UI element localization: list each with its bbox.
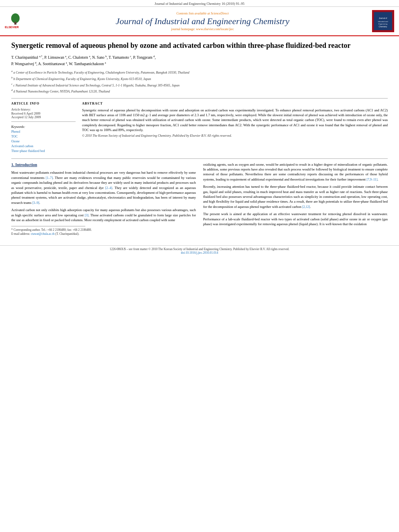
- svg-text:ELSEVIER: ELSEVIER: [5, 26, 19, 29]
- journal-homepage-line: journal homepage: www.elsevier.com/locat…: [36, 27, 369, 31]
- copyright-text: © 2010 The Korean Society of Industrial …: [82, 134, 388, 138]
- svg-rect-2: [14, 22, 16, 25]
- intro-heading: 1. Introduction: [11, 162, 196, 168]
- email-label: E-mail address:: [11, 232, 31, 236]
- keyword-3[interactable]: Ozone: [11, 139, 76, 144]
- ref-3-9[interactable]: [3–9]: [32, 201, 39, 205]
- corresponding-author-note: * Corresponding author. Tel.: +66 2 2186…: [11, 228, 196, 232]
- email-address[interactable]: ctawat@chula.ac.th: [31, 232, 55, 236]
- authors-line2: P. Wongsarivej d, A. Soottitantawat a, W…: [11, 61, 388, 67]
- intro-para5: The present work is aimed at the applica…: [203, 212, 388, 226]
- svg-text:Industrial and: Industrial and: [378, 21, 389, 23]
- journal-center-header: Contents lists available at ScienceDirec…: [36, 12, 369, 31]
- ref-3[interactable]: [3]: [85, 214, 88, 217]
- divider-2: [11, 158, 388, 159]
- journal-title-header: Journal of Industrial and Engineering Ch…: [36, 16, 369, 27]
- authors-block: T. Charinpanitkul a,*, P. Limsuwan a, C.…: [11, 54, 388, 67]
- received-date: Received 6 April 2009: [11, 112, 40, 115]
- intro-para1: Most wastewater pollutants exhausted fro…: [11, 170, 196, 205]
- ref-1-7[interactable]: [1–7]: [46, 176, 53, 180]
- affil-a: a a Center of Excellence in Particle Tec…: [11, 69, 388, 75]
- divider-keywords: [11, 121, 76, 122]
- authors-line1: T. Charinpanitkul a,*, P. Limsuwan a, C.…: [11, 54, 388, 60]
- body-left-col: 1. Introduction Most wastewater pollutan…: [11, 162, 196, 236]
- body-right-col: oxidizing agents, such as oxygen and ozo…: [203, 162, 388, 236]
- affiliations-block: a a Center of Excellence in Particle Tec…: [11, 69, 388, 94]
- ref-7-9-11[interactable]: [7,9–11]: [366, 178, 377, 181]
- affil-d: d d National Nanotechnology Center, NSTD…: [11, 88, 388, 94]
- svg-text:Engineering: Engineering: [378, 23, 388, 25]
- issn-line: 1226-086X/$ – see front matter © 2010 Th…: [11, 247, 388, 251]
- intro-para2: Activated carbon not only exhibits high …: [11, 207, 196, 222]
- doi-line: doi:10.1016/j.jiec.2010.01.014: [11, 251, 388, 255]
- keyword-5[interactable]: Three-phase fluidized bed: [11, 149, 76, 154]
- affil-b: b b Department of Chemical Engineering, …: [11, 76, 388, 82]
- top-bar: Journal of Industrial and Engineering Ch…: [0, 0, 399, 7]
- article-info-heading: ARTICLE INFO: [11, 102, 76, 105]
- email-line: E-mail address: ctawat@chula.ac.th (T. C…: [11, 232, 196, 236]
- ref-2-12[interactable]: [2,12]: [302, 205, 310, 209]
- divider-1: [11, 98, 388, 99]
- keyword-4[interactable]: Activated carbon: [11, 144, 76, 149]
- body-columns: 1. Introduction Most wastewater pollutan…: [11, 162, 388, 236]
- article-main: Synergetic removal of aqueous phenol by …: [0, 36, 399, 241]
- bottom-bar: 1226-086X/$ – see front matter © 2010 Th…: [0, 245, 399, 256]
- sciencedirect-line: Contents lists available at ScienceDirec…: [36, 12, 369, 15]
- homepage-url[interactable]: www.elsevier.com/locate/jiec: [196, 27, 234, 31]
- article-info-abstract: ARTICLE INFO Article history: Received 6…: [11, 102, 388, 154]
- svg-point-1: [11, 13, 20, 23]
- sciencedirect-name[interactable]: ScienceDirect: [211, 12, 229, 15]
- journal-header: ELSEVIER Contents lists available at Sci…: [0, 7, 399, 36]
- accepted-date: Accepted 12 July 2009: [11, 115, 41, 119]
- abstract-heading: ABSTRACT: [82, 102, 388, 105]
- contents-prefix: Contents lists available at: [177, 12, 211, 15]
- svg-text:Journal of: Journal of: [379, 17, 387, 19]
- affil-c: c c National Institute of Advanced Indus…: [11, 82, 388, 88]
- journal-citation: Journal of Industrial and Engineering Ch…: [154, 2, 244, 6]
- abstract-col: ABSTRACT Synergetic removal of aqueous p…: [82, 102, 388, 154]
- intro-para4: Recently, increasing attention has turne…: [203, 184, 388, 209]
- intro-para3: oxidizing agents, such as oxygen and ozo…: [203, 162, 388, 182]
- footnote-block: * Corresponding author. Tel.: +66 2 2186…: [11, 228, 196, 236]
- elsevier-logo: ELSEVIER: [5, 12, 33, 31]
- doi-text[interactable]: doi:10.1016/j.jiec.2010.01.014: [181, 251, 218, 255]
- keywords-section: Keywords: Phenol TOC Ozone Activated car…: [11, 125, 76, 154]
- abstract-text: Synergetic removal of aqueous phenol by …: [82, 108, 388, 133]
- keyword-2[interactable]: TOC: [11, 134, 76, 139]
- email-suffix: (T. Charinpanitkul).: [55, 232, 80, 236]
- history-label: Article history:: [11, 108, 76, 111]
- journal-right-logo: Journal of Industrial and Engineering Ch…: [372, 10, 394, 32]
- ref-2-4[interactable]: [2–4]: [105, 186, 112, 190]
- svg-text:Chemistry: Chemistry: [379, 26, 388, 28]
- article-title: Synergetic removal of aqueous phenol by …: [11, 41, 388, 50]
- keywords-label: Keywords:: [11, 125, 76, 129]
- homepage-prefix: journal homepage:: [171, 27, 196, 31]
- footnote-divider: [11, 226, 85, 226]
- article-info-col: ARTICLE INFO Article history: Received 6…: [11, 102, 76, 154]
- article-history: Article history: Received 6 April 2009 A…: [11, 108, 76, 119]
- keyword-1[interactable]: Phenol: [11, 129, 76, 134]
